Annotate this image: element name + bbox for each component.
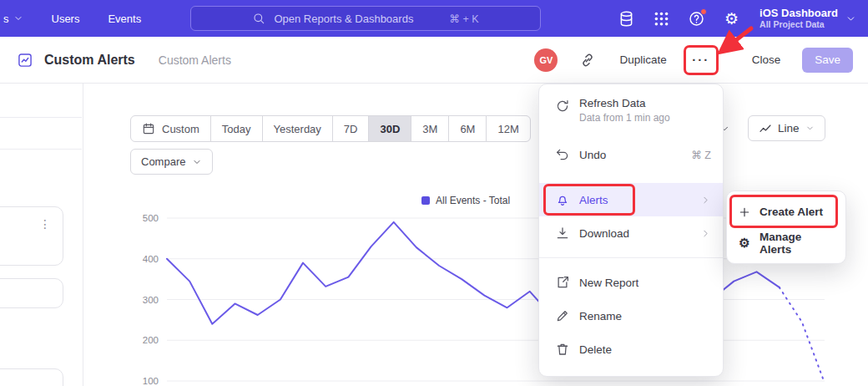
sidebar-card[interactable]: ⋮ xyxy=(0,206,63,266)
svg-text:400: 400 xyxy=(143,254,159,264)
range-7d[interactable]: 7D xyxy=(332,115,370,142)
bell-icon xyxy=(555,192,570,207)
legend-label: All Events - Total xyxy=(436,195,510,206)
report-chart-icon xyxy=(17,52,33,69)
avatar[interactable]: GV xyxy=(534,48,558,72)
menu-item-text: Refresh Data Data from 1 min ago xyxy=(579,97,670,124)
calendar-icon xyxy=(142,122,155,135)
nav-item-users-label: Users xyxy=(52,13,80,25)
menu-item-refresh-data[interactable]: Refresh Data Data from 1 min ago xyxy=(539,93,723,135)
chart-type-label: Line xyxy=(778,122,800,135)
close-button[interactable]: Close xyxy=(752,53,781,66)
app-page: s Users Events ⌘ + K ⚙ iOS Dashboard All… xyxy=(0,0,868,386)
download-icon xyxy=(555,226,570,241)
chevron-down-icon xyxy=(805,124,815,133)
menu-item-download[interactable]: Download xyxy=(539,216,723,250)
context-menu: Refresh Data Data from 1 min ago Undo ⌘ … xyxy=(538,84,724,377)
range-today[interactable]: Today xyxy=(210,115,263,142)
sidebar-card[interactable] xyxy=(0,368,63,386)
new-report-icon xyxy=(555,275,570,290)
line-chart: 500400300200100 xyxy=(121,209,830,386)
svg-text:300: 300 xyxy=(143,295,159,305)
refresh-icon xyxy=(555,99,570,114)
custom-range-label: Custom xyxy=(162,123,199,135)
more-options-button[interactable]: ··· xyxy=(687,48,715,72)
undo-icon xyxy=(555,147,570,162)
range-6m[interactable]: 6M xyxy=(448,115,487,142)
plus-icon xyxy=(738,206,751,219)
range-30d[interactable]: 30D xyxy=(368,115,411,142)
data-management-icon[interactable] xyxy=(618,10,635,28)
menu-item-undo[interactable]: Undo ⌘ Z xyxy=(539,138,723,171)
breadcrumb: Custom Alerts xyxy=(159,53,231,67)
sidebar: ⋮ xyxy=(0,84,83,386)
compare-label: Compare xyxy=(141,155,185,168)
sidebar-card[interactable] xyxy=(0,278,63,308)
range-3m[interactable]: 3M xyxy=(411,115,449,142)
submenu-item-label: Create Alert xyxy=(760,206,823,218)
top-nav: s Users Events ⌘ + K ⚙ iOS Dashboard All… xyxy=(0,0,868,37)
project-subtitle: All Project Data xyxy=(760,19,838,30)
page-header: Custom Alerts Custom Alerts GV Duplicate… xyxy=(0,37,868,84)
sidebar-divider xyxy=(0,149,82,150)
chevron-right-icon xyxy=(700,228,711,239)
custom-range-button[interactable]: Custom xyxy=(130,115,211,142)
help-icon[interactable] xyxy=(688,10,705,28)
menu-item-alerts[interactable]: Alerts xyxy=(539,183,723,216)
apps-grid-icon[interactable] xyxy=(653,10,670,28)
page-header-left: Custom Alerts Custom Alerts xyxy=(17,52,231,69)
legend-swatch xyxy=(421,196,430,205)
menu-item-rename[interactable]: Rename xyxy=(539,299,723,333)
notification-dot xyxy=(700,8,707,15)
menu-divider xyxy=(539,257,723,258)
menu-item-label: New Report xyxy=(579,277,638,289)
search-input[interactable] xyxy=(274,13,441,25)
project-title: iOS Dashboard xyxy=(760,7,838,19)
chart-legend: All Events - Total xyxy=(421,195,510,206)
chevron-down-icon xyxy=(192,157,202,167)
sidebar-divider xyxy=(0,117,82,118)
menu-item-label: Delete xyxy=(579,343,612,356)
save-button[interactable]: Save xyxy=(802,48,853,73)
pencil-icon xyxy=(555,308,570,323)
menu-item-label: Rename xyxy=(579,310,622,323)
top-nav-right: ⚙ iOS Dashboard All Project Data xyxy=(618,0,868,37)
submenu-item-create-alert[interactable]: Create Alert xyxy=(727,196,845,227)
page-header-actions: GV Duplicate ··· Close Save xyxy=(534,48,853,73)
duplicate-button[interactable]: Duplicate xyxy=(619,53,666,66)
menu-item-label: Refresh Data xyxy=(579,97,670,109)
nav-item-partial-label: s xyxy=(3,13,9,25)
svg-text:100: 100 xyxy=(143,376,159,386)
menu-item-delete[interactable]: Delete xyxy=(539,333,723,366)
kebab-menu-icon[interactable]: ⋮ xyxy=(39,217,51,231)
chevron-right-icon xyxy=(700,195,711,206)
project-selector[interactable]: iOS Dashboard All Project Data xyxy=(760,7,856,30)
more-options-wrap: ··· xyxy=(687,48,715,72)
gear-icon: ⚙ xyxy=(738,236,751,250)
compare-button[interactable]: Compare xyxy=(130,149,213,175)
nav-item-partial[interactable]: s xyxy=(3,13,23,25)
chevron-down-icon xyxy=(845,13,856,24)
range-yesterday[interactable]: Yesterday xyxy=(262,115,333,142)
alerts-submenu: Create Alert ⚙ Manage Alerts xyxy=(726,190,846,264)
nav-item-events[interactable]: Events xyxy=(108,13,141,25)
menu-item-label: Download xyxy=(579,227,629,240)
chart-area: 500400300200100 xyxy=(121,209,830,386)
search-shortcut: ⌘ + K xyxy=(449,13,478,25)
share-link-icon[interactable] xyxy=(579,52,596,69)
line-chart-icon xyxy=(759,122,772,135)
chevron-down-icon xyxy=(13,13,23,23)
nav-item-events-label: Events xyxy=(108,13,141,25)
settings-gear-icon[interactable]: ⚙ xyxy=(723,10,740,28)
nav-item-users[interactable]: Users xyxy=(52,13,80,25)
page-title: Custom Alerts xyxy=(44,53,135,68)
range-12m[interactable]: 12M xyxy=(486,115,530,142)
global-search[interactable]: ⌘ + K xyxy=(190,6,541,31)
menu-item-label: Undo xyxy=(579,149,606,161)
chart-type-button[interactable]: Line xyxy=(748,115,825,141)
trash-icon xyxy=(555,342,570,357)
project-text: iOS Dashboard All Project Data xyxy=(760,7,838,30)
menu-item-new-report[interactable]: New Report xyxy=(539,266,723,299)
submenu-item-manage-alerts[interactable]: ⚙ Manage Alerts xyxy=(727,227,845,258)
date-range-toolbar: Custom Today Yesterday 7D 30D 3M 6M 12M xyxy=(130,115,531,142)
